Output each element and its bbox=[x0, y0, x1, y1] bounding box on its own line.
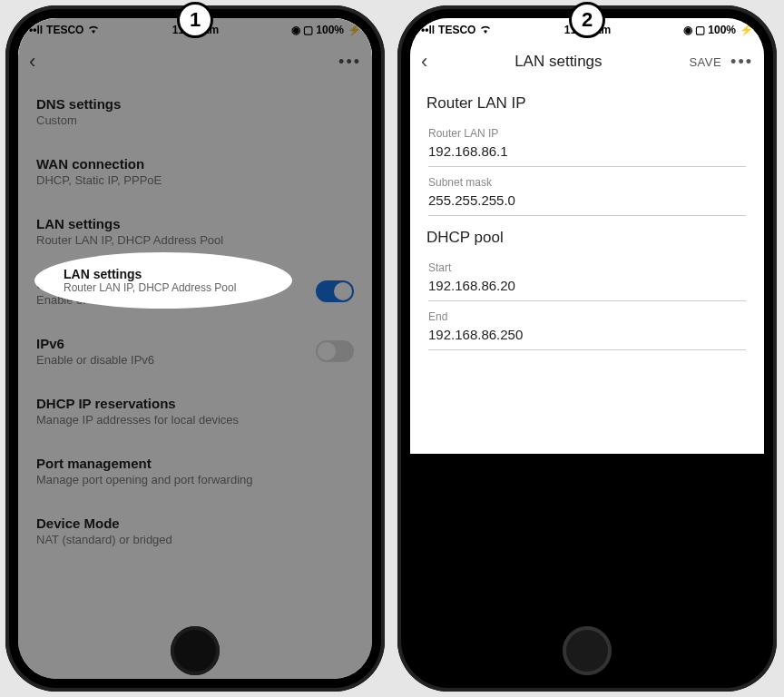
item-title: LAN settings bbox=[36, 216, 354, 231]
section-dhcp-pool: DHCP pool bbox=[410, 216, 764, 252]
field-label: Router LAN IP bbox=[428, 127, 746, 140]
item-subtitle: Manage port opening and port forwarding bbox=[36, 473, 354, 486]
status-icons: ◉ ▢ 100% bbox=[683, 24, 736, 36]
item-title: DNS settings bbox=[36, 96, 354, 112]
item-subtitle: Enable or disable IPv6 bbox=[36, 353, 316, 367]
field-value[interactable]: 192.168.86.250 bbox=[428, 323, 746, 350]
more-button[interactable]: ••• bbox=[730, 53, 753, 72]
lan-settings-highlight[interactable]: LAN settings Router LAN IP, DHCP Address… bbox=[34, 252, 292, 309]
status-icons: ◉ ▢ 100% bbox=[291, 24, 344, 36]
phone-screen-1: ••ll TESCO 11:42 am ◉ ▢ 100% ⚡ ‹ ••• bbox=[18, 18, 372, 679]
ipv6-toggle[interactable] bbox=[316, 340, 354, 362]
item-title: WAN connection bbox=[36, 156, 354, 172]
home-button[interactable] bbox=[171, 626, 220, 675]
settings-item-device-mode[interactable]: Device Mode NAT (standard) or bridged bbox=[18, 501, 372, 561]
item-subtitle: Router LAN IP, DHCP Address Pool bbox=[64, 281, 263, 294]
battery-icon: ⚡ bbox=[740, 24, 753, 36]
field-label: End bbox=[428, 310, 746, 323]
battery-icon: ⚡ bbox=[348, 24, 361, 36]
field-label: Start bbox=[428, 261, 746, 274]
field-label: Subnet mask bbox=[428, 176, 746, 189]
settings-item-ipv6[interactable]: IPv6 Enable or disable IPv6 bbox=[18, 321, 372, 381]
field-value[interactable]: 255.255.255.0 bbox=[428, 189, 746, 216]
item-title: LAN settings bbox=[64, 267, 263, 281]
carrier-label: TESCO bbox=[46, 24, 83, 36]
step-badge-1: 1 bbox=[177, 2, 213, 38]
page-title: LAN settings bbox=[427, 53, 689, 71]
item-title: DHCP IP reservations bbox=[36, 396, 354, 411]
signal-icon: ••ll bbox=[29, 24, 43, 36]
back-button[interactable]: ‹ bbox=[421, 50, 427, 74]
item-subtitle: Manage IP addresses for local devices bbox=[36, 413, 354, 427]
item-subtitle: DHCP, Static IP, PPPoE bbox=[36, 173, 354, 187]
settings-item-dns[interactable]: DNS settings Custom bbox=[18, 82, 372, 142]
item-title: Device Mode bbox=[36, 515, 354, 531]
upnp-toggle[interactable] bbox=[316, 280, 354, 302]
item-subtitle: NAT (standard) or bridged bbox=[36, 533, 354, 546]
field-value[interactable]: 192.168.86.20 bbox=[428, 274, 746, 301]
item-title: Port management bbox=[36, 456, 354, 471]
settings-item-port-management[interactable]: Port management Manage port opening and … bbox=[18, 441, 372, 501]
item-title: IPv6 bbox=[36, 336, 316, 351]
settings-item-dhcp-reservations[interactable]: DHCP IP reservations Manage IP addresses… bbox=[18, 381, 372, 441]
nav-bar: ‹ LAN settings SAVE ••• bbox=[410, 42, 764, 82]
wifi-icon bbox=[479, 24, 492, 36]
field-dhcp-end[interactable]: End 192.168.86.250 bbox=[410, 301, 764, 350]
step-badge-2: 2 bbox=[569, 2, 605, 38]
phone-frame-2: ••ll TESCO 11:42 am ◉ ▢ 100% ⚡ ‹ LAN set… bbox=[397, 5, 777, 692]
field-dhcp-start[interactable]: Start 192.168.86.20 bbox=[410, 252, 764, 301]
nav-bar: ‹ ••• bbox=[18, 42, 372, 82]
item-subtitle: Router LAN IP, DHCP Address Pool bbox=[36, 233, 354, 247]
field-router-lan-ip[interactable]: Router LAN IP 192.168.86.1 bbox=[410, 118, 764, 167]
section-router-lan-ip: Router LAN IP bbox=[410, 82, 764, 118]
item-subtitle: Custom bbox=[36, 113, 354, 127]
wifi-icon bbox=[87, 24, 100, 36]
lan-settings-form: Router LAN IP Router LAN IP 192.168.86.1… bbox=[410, 82, 764, 454]
save-button[interactable]: SAVE bbox=[689, 55, 721, 69]
settings-list: DNS settings Custom WAN connection DHCP,… bbox=[18, 82, 372, 561]
more-button[interactable]: ••• bbox=[338, 53, 361, 72]
phone-screen-2: ••ll TESCO 11:42 am ◉ ▢ 100% ⚡ ‹ LAN set… bbox=[410, 18, 764, 679]
field-value[interactable]: 192.168.86.1 bbox=[428, 140, 746, 167]
carrier-label: TESCO bbox=[438, 24, 475, 36]
phone-frame-1: ••ll TESCO 11:42 am ◉ ▢ 100% ⚡ ‹ ••• bbox=[5, 5, 385, 692]
field-subnet-mask[interactable]: Subnet mask 255.255.255.0 bbox=[410, 167, 764, 216]
home-button[interactable] bbox=[563, 626, 612, 675]
back-button[interactable]: ‹ bbox=[29, 50, 35, 74]
settings-item-wan[interactable]: WAN connection DHCP, Static IP, PPPoE bbox=[18, 142, 372, 201]
signal-icon: ••ll bbox=[421, 24, 435, 36]
